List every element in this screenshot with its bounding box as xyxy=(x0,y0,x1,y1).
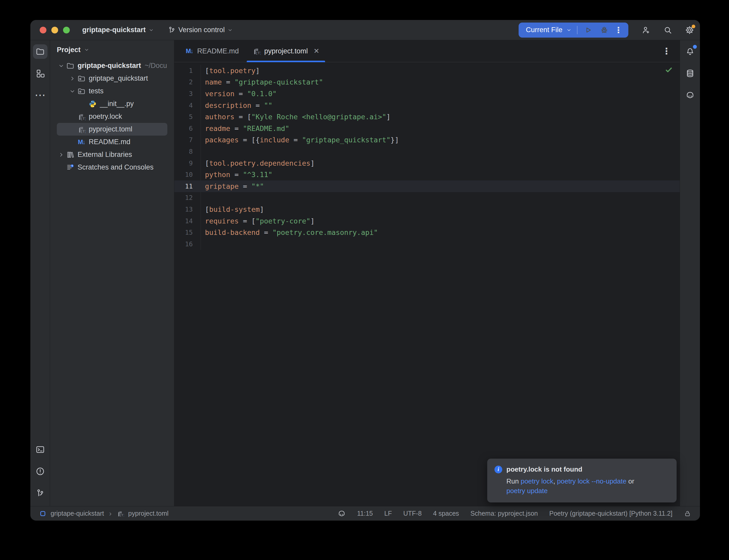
code-line-14[interactable]: 14requires = ["poetry-core"] xyxy=(174,215,680,227)
line-number[interactable]: 13 xyxy=(174,204,201,215)
code-line-7[interactable]: 7packages = [{include = "griptape_quicks… xyxy=(174,134,680,146)
tree-item-external-libraries[interactable]: External Libraries xyxy=(57,148,167,161)
json-schema[interactable]: Schema: pyproject.json xyxy=(470,510,538,517)
code-line-11[interactable]: 11griptape = "*" xyxy=(174,180,680,192)
tree-item-griptape-quickstart[interactable]: griptape-quickstart~/Docume xyxy=(57,59,167,72)
line-number[interactable]: 7 xyxy=(174,134,201,146)
tab-label: README.md xyxy=(197,47,239,55)
tab-readme-md[interactable]: M↓README.md xyxy=(178,40,246,62)
code-text: name = "griptape-quickstart" xyxy=(205,78,323,86)
svg-text:[T]: [T] xyxy=(81,129,86,133)
line-separator[interactable]: LF xyxy=(384,510,392,517)
line-number[interactable]: 9 xyxy=(174,157,201,169)
search-everywhere-icon[interactable] xyxy=(663,25,672,35)
python-icon xyxy=(88,100,97,108)
tree-item-pyproject-toml[interactable]: [T]pyproject.toml xyxy=(57,123,167,136)
project-switcher[interactable]: griptape-quickstart xyxy=(82,26,154,34)
project-tool-button[interactable] xyxy=(33,44,47,59)
code-line-5[interactable]: 5authors = ["Kyle Roche <hello@griptape.… xyxy=(174,111,680,123)
chevron-right-icon[interactable] xyxy=(68,75,77,82)
tree-item-readme-md[interactable]: M↓README.md xyxy=(57,136,167,148)
line-number[interactable]: 2 xyxy=(174,76,201,88)
line-number[interactable]: 15 xyxy=(174,227,201,238)
code-line-12[interactable]: 12 xyxy=(174,192,680,204)
line-number[interactable]: 1 xyxy=(174,65,201,76)
tree-item-label: poetry.lock xyxy=(89,113,122,121)
divider xyxy=(577,26,578,34)
structure-tool-button[interactable] xyxy=(33,66,47,81)
line-number[interactable]: 10 xyxy=(174,169,201,180)
code-line-3[interactable]: 3version = "0.1.0" xyxy=(174,88,680,100)
notification-text: , xyxy=(553,477,557,485)
debug-button[interactable] xyxy=(596,25,612,35)
line-number[interactable]: 12 xyxy=(174,192,201,204)
tree-item-griptape-quickstart[interactable]: griptape_quickstart xyxy=(57,72,167,85)
project-panel-header[interactable]: Project xyxy=(50,40,174,59)
chevron-down-icon[interactable] xyxy=(57,62,66,69)
tree-item-label: griptape-quickstart xyxy=(78,62,141,70)
line-number[interactable]: 14 xyxy=(174,215,201,227)
code-line-10[interactable]: 10python = "^3.11" xyxy=(174,169,680,180)
notification-link-poetry-lock-no-update[interactable]: poetry lock --no-update xyxy=(557,477,626,485)
code-line-6[interactable]: 6readme = "README.md" xyxy=(174,123,680,134)
project-panel: Project griptape-quickstart~/Documegript… xyxy=(50,40,174,506)
line-number[interactable]: 6 xyxy=(174,123,201,134)
code-line-2[interactable]: 2name = "griptape-quickstart" xyxy=(174,76,680,88)
tree-item-tests[interactable]: tests xyxy=(57,85,167,97)
line-number[interactable]: 11 xyxy=(174,180,201,192)
code-text: readme = "README.md" xyxy=(205,124,289,132)
tree-item-poetry-lock[interactable]: [T]poetry.lock xyxy=(57,110,167,123)
code-line-4[interactable]: 4description = "" xyxy=(174,100,680,111)
problems-tool-button[interactable] xyxy=(33,464,47,479)
inspections-check-icon[interactable] xyxy=(665,66,673,74)
code-line-16[interactable]: 16 xyxy=(174,238,680,250)
database-tool-button[interactable] xyxy=(683,66,697,81)
line-number[interactable]: 5 xyxy=(174,111,201,123)
tree-item-label: Scratches and Consoles xyxy=(78,163,154,171)
terminal-tool-button[interactable] xyxy=(33,442,47,457)
code-line-13[interactable]: 13[build-system] xyxy=(174,204,680,215)
run-button[interactable] xyxy=(580,25,596,35)
notifications-bell-icon[interactable] xyxy=(683,44,697,59)
line-number[interactable]: 4 xyxy=(174,100,201,111)
copilot-tool-button[interactable] xyxy=(683,88,697,102)
tree-item-init-py[interactable]: __init__.py xyxy=(57,97,167,110)
close-window-button[interactable] xyxy=(40,27,46,33)
line-number[interactable]: 16 xyxy=(174,238,201,250)
tab-options-button[interactable]: ⋮ xyxy=(662,46,680,56)
chevron-down-icon[interactable] xyxy=(68,88,77,95)
notification-link-poetry-update[interactable]: poetry update xyxy=(507,487,548,495)
code-line-8[interactable]: 8 xyxy=(174,146,680,157)
copilot-status-icon[interactable] xyxy=(337,509,346,518)
code-text: [build-system] xyxy=(205,205,264,213)
indent-style[interactable]: 4 spaces xyxy=(433,510,459,517)
zoom-window-button[interactable] xyxy=(63,27,70,33)
notification-link-poetry-lock[interactable]: poetry lock xyxy=(521,477,553,485)
code-line-15[interactable]: 15build-backend = "poetry.core.masonry.a… xyxy=(174,227,680,238)
vcs-widget[interactable]: Version control xyxy=(168,26,233,34)
minimize-window-button[interactable] xyxy=(51,27,58,33)
chevron-down-icon[interactable] xyxy=(566,27,572,33)
code-line-1[interactable]: 1[tool.poetry] xyxy=(174,65,680,76)
tab-pyproject-toml[interactable]: [T]pyproject.toml✕ xyxy=(246,40,326,62)
chevron-right-icon[interactable] xyxy=(57,151,66,158)
version-control-tool-button[interactable] xyxy=(33,486,47,500)
line-number[interactable]: 8 xyxy=(174,146,201,157)
close-tab-icon[interactable]: ✕ xyxy=(314,47,319,55)
markdown-icon: M↓ xyxy=(77,138,86,146)
unlock-icon[interactable] xyxy=(684,510,691,517)
breadcrumb[interactable]: griptape-quickstart › [T] pyproject.toml xyxy=(39,509,169,518)
line-number[interactable]: 3 xyxy=(174,88,201,100)
more-run-actions-button[interactable]: ⋮ xyxy=(612,25,625,35)
code-with-me-icon[interactable] xyxy=(641,25,651,35)
code-text: griptape = "*" xyxy=(205,182,264,190)
editor[interactable]: 1[tool.poetry]2name = "griptape-quicksta… xyxy=(174,62,680,506)
tree-item-scratches-and-consoles[interactable]: Scratches and Consoles xyxy=(57,161,167,174)
settings-gear-icon[interactable] xyxy=(685,25,694,35)
more-tool-windows-button[interactable]: ⋯ xyxy=(35,88,46,102)
python-interpreter[interactable]: Poetry (griptape-quickstart) [Python 3.1… xyxy=(549,510,672,517)
run-config-selector[interactable]: Current File xyxy=(526,26,563,34)
code-line-9[interactable]: 9[tool.poetry.dependencies] xyxy=(174,157,680,169)
caret-position[interactable]: 11:15 xyxy=(357,510,373,517)
file-encoding[interactable]: UTF-8 xyxy=(403,510,422,517)
